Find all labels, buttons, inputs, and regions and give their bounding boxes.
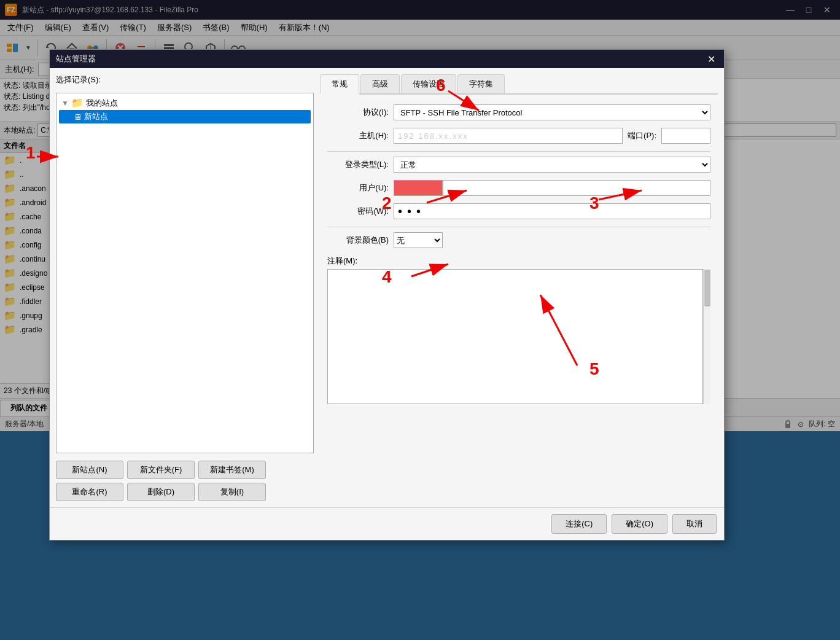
dialog-title-text: 站点管理器 <box>56 53 699 64</box>
dialog-title-bar: 站点管理器 ✕ <box>50 50 724 68</box>
tree-root-folder[interactable]: ▼ 📁 我的站点 <box>59 96 311 110</box>
dialog-footer: 连接(C) 确定(O) 取消 <box>50 507 724 540</box>
port-field-label: 端口(P): <box>628 130 656 141</box>
tab-transfer-settings[interactable]: 传输设置 <box>401 74 456 93</box>
login-type-select[interactable]: 正常 <box>394 157 710 173</box>
tree-item-icon: 🖥 <box>74 112 82 122</box>
password-group: 密码(W): <box>327 203 710 219</box>
new-site-button[interactable]: 新站点(N) <box>56 461 123 479</box>
dialog-left: 选择记录(S): ▼ 📁 我的站点 🖥 新站点 新站点(N) 新文件夹(F) 新… <box>56 74 314 501</box>
comment-label: 注释(M): <box>327 256 710 267</box>
comment-textarea[interactable] <box>327 269 703 404</box>
user-group: 用户(U): <box>327 180 710 196</box>
ok-button[interactable]: 确定(O) <box>612 514 667 534</box>
host-row: 主机(H): 端口(P): <box>327 128 710 144</box>
comment-row: 注释(M): <box>327 256 710 404</box>
divider-2 <box>327 227 710 227</box>
tab-general[interactable]: 常规 <box>320 74 359 95</box>
connect-button[interactable]: 连接(C) <box>551 514 607 534</box>
form-area: 协议(I): SFTP - SSH File Transfer Protocol… <box>320 102 718 501</box>
tree-item-newsite[interactable]: 🖥 新站点 <box>59 110 311 123</box>
root-folder-icon: 📁 <box>71 97 84 109</box>
login-type-label: 登录类型(L): <box>327 159 389 170</box>
site-tree[interactable]: ▼ 📁 我的站点 🖥 新站点 <box>56 93 314 453</box>
site-manager-dialog: 站点管理器 ✕ 选择记录(S): ▼ 📁 我的站点 🖥 新站点 新站点(N) 新… <box>49 49 725 540</box>
password-field[interactable] <box>394 203 710 219</box>
protocol-group: 协议(I): SFTP - SSH File Transfer Protocol <box>327 104 710 120</box>
cancel-button[interactable]: 取消 <box>672 514 717 534</box>
tab-charset[interactable]: 字符集 <box>457 74 505 93</box>
protocol-select[interactable]: SFTP - SSH File Transfer Protocol <box>394 104 710 120</box>
user-field[interactable] <box>443 180 710 196</box>
host-field[interactable] <box>394 128 623 144</box>
bg-color-select[interactable]: 无 <box>394 232 443 248</box>
host-field-label: 主机(H): <box>327 130 389 141</box>
user-redacted <box>394 180 443 196</box>
user-field-label: 用户(U): <box>327 182 389 193</box>
select-record-label: 选择记录(S): <box>56 74 314 85</box>
tree-item-label: 新站点 <box>84 111 108 122</box>
rename-button[interactable]: 重命名(R) <box>56 483 123 501</box>
dialog-right: 常规 高级 传输设置 字符集 协议(I): SFTP - SSH File Tr… <box>320 74 718 501</box>
dialog-close-button[interactable]: ✕ <box>704 52 718 66</box>
port-field[interactable] <box>661 128 710 144</box>
bg-color-row: 背景颜色(B) 无 <box>327 232 710 248</box>
new-folder-button[interactable]: 新文件夹(F) <box>127 461 195 479</box>
protocol-label: 协议(I): <box>327 107 389 118</box>
comment-scroll-thumb[interactable] <box>704 270 710 306</box>
root-folder-label: 我的站点 <box>86 98 118 109</box>
divider-1 <box>327 151 710 152</box>
dialog-tabs: 常规 高级 传输设置 字符集 <box>320 74 718 95</box>
dialog-body: 选择记录(S): ▼ 📁 我的站点 🖥 新站点 新站点(N) 新文件夹(F) 新… <box>50 68 724 507</box>
delete-button[interactable]: 删除(D) <box>127 483 195 501</box>
bg-color-label: 背景颜色(B) <box>327 235 389 246</box>
duplicate-button[interactable]: 复制(I) <box>198 483 266 501</box>
password-field-label: 密码(W): <box>327 206 389 217</box>
new-bookmark-button[interactable]: 新建书签(M) <box>198 461 266 479</box>
login-type-group: 登录类型(L): 正常 <box>327 157 710 173</box>
tab-advanced[interactable]: 高级 <box>360 74 400 93</box>
comment-scrollbar[interactable] <box>703 269 710 404</box>
dialog-buttons: 新站点(N) 新文件夹(F) 新建书签(M) 重命名(R) 删除(D) 复制(I… <box>56 458 314 501</box>
